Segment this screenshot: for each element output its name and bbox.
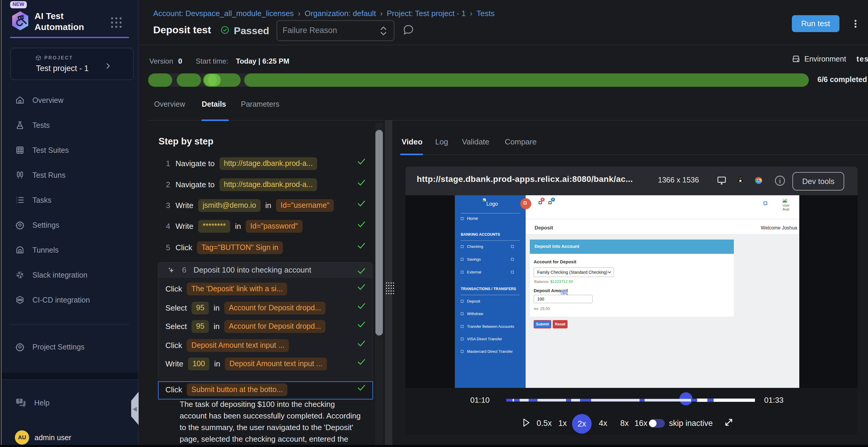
svg-text:?: ? [18,399,21,403]
